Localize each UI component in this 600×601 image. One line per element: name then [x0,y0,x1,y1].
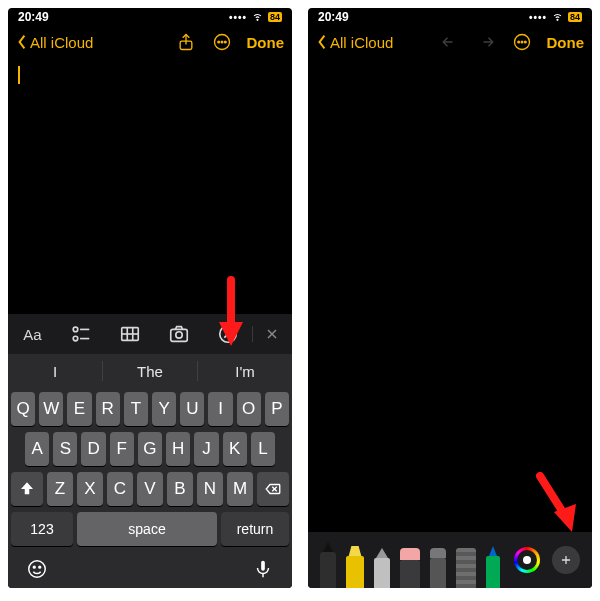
svg-point-4 [224,41,226,43]
tool-pen[interactable] [320,542,336,588]
key-x[interactable]: X [77,472,103,506]
tool-marker[interactable] [346,542,364,588]
key-u[interactable]: U [180,392,204,426]
status-right: •••• 84 [229,9,282,25]
back-label: All iCloud [30,34,93,51]
markup-canvas[interactable] [308,58,592,532]
tool-lasso[interactable] [430,542,446,588]
tool-eraser[interactable] [400,542,420,588]
key-h[interactable]: H [166,432,190,466]
done-button[interactable]: Done [547,34,585,51]
key-p[interactable]: P [265,392,289,426]
toolbar-close-button[interactable] [252,326,292,342]
keyboard-footer [8,554,292,588]
battery-icon: 84 [568,12,582,22]
tool-pencil[interactable] [374,542,390,588]
signal-icon: •••• [229,12,247,23]
nav-actions: Done [439,31,585,53]
svg-point-24 [39,566,41,568]
checklist-button[interactable] [57,314,106,354]
key-j[interactable]: J [194,432,218,466]
shift-key[interactable] [11,472,43,506]
redo-icon[interactable] [475,31,497,53]
done-button[interactable]: Done [247,34,285,51]
nav-bar: All iCloud Done [8,26,292,58]
key-z[interactable]: Z [47,472,73,506]
backspace-key[interactable] [257,472,289,506]
key-q[interactable]: Q [11,392,35,426]
space-key[interactable]: space [77,512,217,546]
key-t[interactable]: T [124,392,148,426]
markup-button[interactable] [203,314,252,354]
table-button[interactable] [106,314,155,354]
more-icon[interactable] [511,31,533,53]
prediction-1[interactable]: I [8,354,102,388]
svg-point-29 [521,41,523,43]
status-bar: 20:49 •••• 84 [308,8,592,26]
svg-point-23 [33,566,35,568]
status-bar: 20:49 •••• 84 [8,8,292,26]
back-label: All iCloud [330,34,393,51]
key-c[interactable]: C [107,472,133,506]
svg-point-7 [73,327,78,332]
prediction-2[interactable]: The [103,354,197,388]
key-row-1: Q W E R T Y U I O P [11,392,289,426]
svg-point-28 [517,41,519,43]
more-icon[interactable] [211,31,233,53]
undo-icon[interactable] [439,31,461,53]
key-k[interactable]: K [223,432,247,466]
key-row-3: Z X C V B N M [11,472,289,506]
format-button[interactable]: Aa [8,314,57,354]
camera-button[interactable] [154,314,203,354]
battery-icon: 84 [268,12,282,22]
signal-icon: •••• [529,12,547,23]
status-time: 20:49 [18,10,49,24]
key-s[interactable]: S [53,432,77,466]
key-i[interactable]: I [208,392,232,426]
add-tool-button[interactable] [552,546,580,574]
keyboard-area: Aa I The I'm Q [8,314,292,588]
wifi-icon [551,9,564,25]
key-w[interactable]: W [39,392,63,426]
key-b[interactable]: B [167,472,193,506]
svg-point-22 [29,561,46,578]
tool-pen-alt[interactable] [486,542,500,588]
dictation-key[interactable] [252,558,274,584]
predictive-bar: I The I'm [8,354,292,388]
key-g[interactable]: G [138,432,162,466]
notes-toolbar: Aa [8,314,292,354]
return-key[interactable]: return [221,512,289,546]
key-l[interactable]: L [251,432,275,466]
note-editor[interactable] [8,58,292,314]
back-button[interactable]: All iCloud [316,34,393,51]
markup-palette [308,532,592,588]
key-a[interactable]: A [25,432,49,466]
key-e[interactable]: E [67,392,91,426]
numbers-key[interactable]: 123 [11,512,73,546]
key-d[interactable]: D [81,432,105,466]
status-time: 20:49 [318,10,349,24]
nav-actions: Done [175,31,285,53]
svg-rect-25 [261,561,265,571]
key-m[interactable]: M [227,472,253,506]
key-v[interactable]: V [137,472,163,506]
key-o[interactable]: O [237,392,261,426]
svg-point-3 [221,41,223,43]
key-row-4: 123 space return [11,512,289,546]
back-button[interactable]: All iCloud [16,34,93,51]
prediction-3[interactable]: I'm [198,354,292,388]
key-f[interactable]: F [110,432,134,466]
key-r[interactable]: R [96,392,120,426]
tool-ruler[interactable] [456,542,476,588]
key-y[interactable]: Y [152,392,176,426]
emoji-key[interactable] [26,558,48,584]
key-n[interactable]: N [197,472,223,506]
nav-bar: All iCloud Done [308,26,592,58]
phone-notes-keyboard: 20:49 •••• 84 All iCloud Done [8,8,292,588]
color-picker[interactable] [514,547,540,573]
wifi-icon [251,9,264,25]
share-icon[interactable] [175,31,197,53]
key-row-2: A S D F G H J K L [11,432,289,466]
keyboard: Q W E R T Y U I O P A S D F G H J K L [8,388,292,554]
svg-point-9 [73,336,78,341]
